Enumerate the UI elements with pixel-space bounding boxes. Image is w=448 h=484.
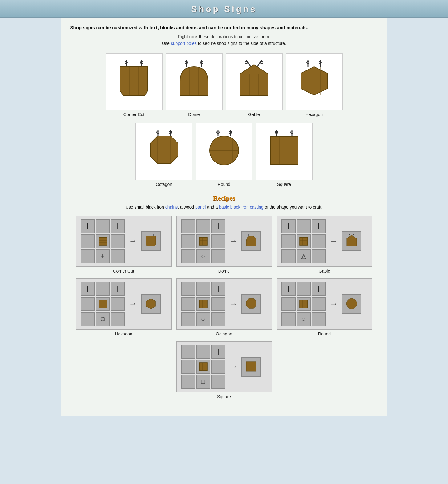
cell-d-1-2: [211, 234, 225, 248]
cell-o-2-1: ○: [196, 312, 210, 326]
cell-d-2-2: [211, 249, 225, 263]
shape-label-octagon: Octagon: [156, 182, 172, 187]
panel-link[interactable]: panel: [195, 205, 206, 210]
recipe-label-octagon: Octagon: [216, 331, 232, 336]
cell-g-1-1: [297, 234, 311, 248]
shape-box-gable: [226, 53, 283, 110]
cell-o-1-0: [181, 297, 195, 311]
recipe-round: | | ○ →: [277, 278, 372, 336]
recipes-grid-row2: | | ⬡ →: [70, 278, 378, 336]
shape-square: Square: [256, 123, 313, 187]
shape-label-corner-cut: Corner Cut: [123, 112, 144, 117]
recipe-result-square: [241, 357, 261, 377]
recipe-square: | | □ →: [176, 341, 272, 399]
recipes-grid-row1: | | + →: [70, 216, 378, 274]
cell-h-0-2: |: [111, 282, 125, 296]
shape-label-gable: Gable: [248, 112, 260, 117]
recipe-box-square: | | □ →: [176, 341, 272, 392]
cell-o-2-0: [181, 312, 195, 326]
crafting-grid-hexagon: | | ⬡: [81, 282, 125, 326]
cell-sq-0-2: |: [211, 345, 225, 359]
shapes-gallery-row2: Octagon Round: [70, 123, 378, 187]
cell-r-1-0: [281, 297, 296, 311]
recipe-result-octagon: [241, 294, 261, 314]
cell-o-1-1: [196, 297, 210, 311]
recipe-label-round: Round: [318, 331, 331, 336]
recipe-label-dome: Dome: [218, 269, 230, 274]
chains-link[interactable]: chains: [165, 205, 178, 210]
crafting-grid-round: | | ○: [281, 282, 326, 326]
recipes-title: Recipes: [70, 194, 378, 202]
cell-d-0-1: [196, 219, 210, 233]
crafting-grid-corner-cut: | | +: [81, 219, 125, 263]
shape-box-dome: [166, 53, 223, 110]
shape-label-round: Round: [218, 182, 230, 187]
cell-1-0: [81, 234, 95, 248]
cell-r-1-1: [297, 297, 311, 311]
recipes-intro: Use small black iron chains, a wood pane…: [70, 205, 378, 210]
cell-0-0: |: [81, 219, 95, 233]
cell-d-2-1: ○: [196, 249, 210, 263]
page-header: Shop Signs: [0, 0, 448, 18]
cell-2-0: [81, 249, 95, 263]
recipe-arrow-corner-cut: →: [129, 236, 137, 246]
recipe-octagon: | | ○ →: [176, 278, 272, 336]
svg-marker-4: [120, 67, 148, 95]
recipe-box-octagon: | | ○ →: [176, 278, 272, 330]
shape-corner-cut: Corner Cut: [106, 53, 163, 117]
cell-g-0-2: |: [312, 219, 326, 233]
recipe-box-corner-cut: | | + →: [76, 216, 172, 267]
cell-sq-2-2: [211, 375, 225, 389]
cell-g-1-0: [281, 234, 296, 248]
intro-line1: Right-click these decorations to customi…: [70, 33, 378, 47]
cell-0-2: |: [111, 219, 125, 233]
cell-r-0-1: [297, 282, 311, 296]
svg-marker-82: [146, 299, 155, 309]
casting-link[interactable]: basic black iron casting: [219, 205, 264, 210]
cell-d-2-0: [181, 249, 195, 263]
shape-octagon: Octagon: [135, 123, 192, 187]
recipe-result-hexagon: [141, 294, 161, 314]
svg-rect-87: [300, 300, 308, 308]
recipe-arrow-hexagon: →: [129, 299, 137, 309]
cell-h-0-0: |: [81, 282, 95, 296]
cell-d-0-2: |: [211, 219, 225, 233]
cell-h-2-0: [81, 312, 95, 326]
recipe-result-gable: [342, 231, 361, 251]
svg-rect-91: [199, 363, 207, 371]
recipe-result-round: [342, 294, 361, 314]
recipe-gable: | | △ →: [277, 216, 372, 274]
recipe-label-hexagon: Hexagon: [115, 331, 132, 336]
svg-rect-61: [99, 237, 107, 245]
cell-g-1-2: [312, 234, 326, 248]
cell-o-0-2: |: [211, 282, 225, 296]
cell-o-2-2: [211, 312, 225, 326]
shape-round: Round: [196, 123, 252, 187]
shape-box-round: [196, 123, 252, 180]
shape-box-octagon: [135, 123, 192, 180]
svg-marker-86: [246, 298, 256, 308]
svg-point-90: [346, 298, 357, 309]
cell-g-0-0: |: [281, 219, 296, 233]
cell-1-1: [96, 234, 110, 248]
shape-box-square: [256, 123, 313, 180]
shape-hexagon: Hexagon: [286, 53, 343, 117]
cell-o-1-2: [211, 297, 225, 311]
crafting-grid-dome: | | ○: [181, 219, 225, 263]
recipes-grid-row3: | | □ →: [70, 341, 378, 399]
recipe-result-dome: [241, 231, 261, 251]
cell-h-1-1: [96, 297, 110, 311]
cell-h-0-1: [96, 282, 110, 296]
recipe-corner-cut: | | + →: [76, 216, 172, 274]
cell-h-2-1: ⬡: [96, 312, 110, 326]
cell-sq-2-1: □: [196, 375, 210, 389]
shape-box-corner-cut: [106, 53, 163, 110]
recipe-arrow-octagon: →: [229, 299, 238, 309]
crafting-grid-square: | | □: [181, 345, 225, 389]
support-poles-link[interactable]: support poles: [171, 41, 197, 46]
cell-h-1-2: [111, 297, 125, 311]
recipe-result-corner-cut: [141, 231, 161, 251]
cell-sq-0-1: [196, 345, 210, 359]
cell-g-0-1: [297, 219, 311, 233]
recipe-box-gable: | | △ →: [277, 216, 372, 267]
